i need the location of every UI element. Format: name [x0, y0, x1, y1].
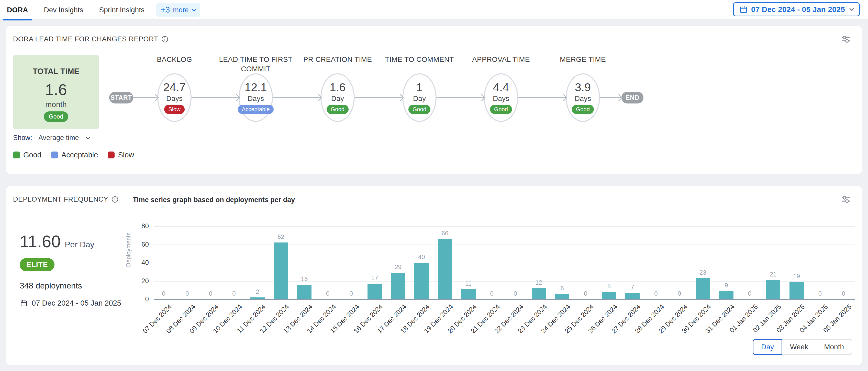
- x-axis-label: 01 Jan 2025: [710, 303, 760, 352]
- bar-value-label: 0: [832, 290, 855, 297]
- more-tabs-count: +3: [161, 5, 170, 14]
- x-axis-label: 27 Dec 2024: [593, 303, 642, 352]
- stage-status-badge: Good: [490, 105, 512, 114]
- bar-value-label: 0: [176, 290, 199, 297]
- stage-value: 12.1: [245, 81, 267, 93]
- deployment-bar: [719, 291, 734, 299]
- x-axis-label: 28 Dec 2024: [617, 303, 666, 352]
- bar-value-label: 0: [199, 290, 222, 297]
- deployment-bar: [602, 292, 616, 299]
- stage-status-badge: Good: [327, 105, 348, 114]
- y-tick-label: 80: [121, 222, 149, 230]
- deployment-bar: [789, 282, 804, 299]
- bar-value-label: 12: [527, 279, 550, 286]
- flow-arrow: [273, 97, 320, 98]
- tab-sprint-insights[interactable]: Sprint Insights: [95, 0, 149, 20]
- stage-name: TIME TO COMMENT: [381, 55, 458, 64]
- stage-value: 24.7: [163, 81, 186, 93]
- y-tick-label: 60: [121, 240, 149, 248]
- stage-node: 3.9DaysGood: [566, 73, 600, 122]
- bar-value-label: 9: [715, 282, 738, 289]
- bar-value-label: 62: [269, 233, 292, 240]
- flow-arrow: [191, 97, 239, 98]
- deployment-panel-title: DEPLOYMENT FREQUENCY: [13, 196, 118, 203]
- x-axis-label: 10 Dec 2024: [195, 303, 244, 352]
- flow-start-node: START: [109, 92, 133, 103]
- x-axis-label: 17 Dec 2024: [359, 303, 408, 352]
- stage-unit: Days: [248, 95, 264, 103]
- bar-value-label: 0: [574, 290, 597, 297]
- tab-dev-insights[interactable]: Dev Insights: [40, 0, 87, 20]
- top-bar: DORADev InsightsSprint Insights+3more 07…: [0, 0, 868, 20]
- show-metric-dropdown[interactable]: Show: Average time: [13, 134, 90, 142]
- stage-unit: Day: [331, 95, 344, 103]
- legend-label: Good: [23, 151, 41, 159]
- deployment-bar: [695, 278, 710, 299]
- bar-value-label: 23: [691, 269, 714, 276]
- legend-swatch: [51, 151, 58, 159]
- stage-name: LEAD TIME TO FIRST COMMIT: [217, 55, 294, 74]
- stage-status-badge: Slow: [164, 105, 185, 114]
- calendar-icon: [20, 299, 28, 307]
- deployment-bar: [766, 280, 780, 299]
- show-selected-value: Average time: [38, 134, 79, 142]
- total-time-label: TOTAL TIME: [33, 67, 80, 76]
- total-time-status-badge: Good: [44, 111, 68, 122]
- deployment-bar: [625, 293, 640, 299]
- granularity-month-button[interactable]: Month: [816, 339, 852, 355]
- x-axis-label: 29 Dec 2024: [640, 303, 689, 352]
- total-time-value: 1.6: [45, 82, 67, 98]
- bar-value-label: 0: [504, 290, 527, 297]
- bar-value-label: 6: [551, 284, 574, 292]
- date-range-picker[interactable]: 07 Dec 2024 - 05 Jan 2025: [733, 2, 860, 16]
- info-icon[interactable]: [112, 196, 118, 203]
- bar-value-label: 0: [808, 290, 831, 297]
- x-axis-label: 12 Dec 2024: [242, 303, 291, 352]
- bar-value-label: 21: [762, 271, 785, 278]
- bar-value-label: 19: [785, 273, 808, 280]
- stage-node: 24.7DaysSlow: [157, 73, 191, 122]
- bar-value-label: 0: [668, 290, 691, 297]
- deployment-bar: [274, 242, 288, 299]
- stage-node: 12.1DaysAcceptable: [239, 73, 273, 122]
- x-axis-label: 20 Dec 2024: [429, 303, 478, 352]
- deployment-frequency-panel: DEPLOYMENT FREQUENCY Time series graph b…: [6, 186, 862, 365]
- lead-time-title-text: DORA LEAD TIME FOR CHANGES REPORT: [13, 35, 158, 43]
- tab-dora[interactable]: DORA: [3, 0, 32, 20]
- calendar-icon: [739, 5, 748, 13]
- deployment-bar: [250, 297, 265, 299]
- x-axis-label: 31 Dec 2024: [687, 303, 736, 352]
- chevron-down-icon: [191, 7, 196, 11]
- x-axis-label: 09 Dec 2024: [172, 303, 220, 352]
- x-axis-label: 14 Dec 2024: [288, 303, 338, 352]
- flow-arrow: [355, 97, 402, 98]
- flow-arrow: [133, 97, 157, 98]
- flow-arrow: [600, 97, 621, 98]
- bar-value-label: 0: [480, 290, 503, 297]
- bar-value-label: 7: [621, 283, 644, 291]
- bar-value-label: 0: [222, 290, 246, 297]
- bar-value-label: 66: [433, 230, 457, 237]
- bar-value-label: 0: [645, 290, 668, 297]
- more-tabs-button[interactable]: +3more: [156, 3, 200, 16]
- legend-label: Slow: [118, 151, 134, 159]
- deployment-bar: [532, 288, 546, 299]
- lead-time-panel: DORA LEAD TIME FOR CHANGES REPORT TOTAL …: [6, 26, 862, 174]
- bar-value-label: 16: [293, 275, 316, 282]
- bar-value-label: 0: [152, 290, 175, 297]
- stage-status-badge: Good: [572, 105, 594, 114]
- info-icon[interactable]: [161, 36, 168, 43]
- show-label: Show:: [13, 134, 32, 142]
- gridline: [154, 281, 855, 281]
- stage-unit: Day: [413, 95, 426, 103]
- stat-date-range: 07 Dec 2024 - 05 Jan 2025: [20, 299, 121, 307]
- x-axis-label: 16 Dec 2024: [335, 303, 384, 352]
- tab-bar: DORADev InsightsSprint Insights+3more: [3, 0, 200, 20]
- x-axis-label: 07 Dec 2024: [124, 303, 174, 352]
- lead-time-panel-title: DORA LEAD TIME FOR CHANGES REPORT: [13, 35, 168, 43]
- stat-date-range-label: 07 Dec 2024 - 05 Jan 2025: [32, 299, 121, 307]
- chart-settings-icon[interactable]: [840, 195, 851, 204]
- x-axis-label: 24 Dec 2024: [523, 303, 572, 352]
- chart-settings-icon[interactable]: [840, 34, 851, 44]
- stage-name: APPROVAL TIME: [463, 55, 539, 64]
